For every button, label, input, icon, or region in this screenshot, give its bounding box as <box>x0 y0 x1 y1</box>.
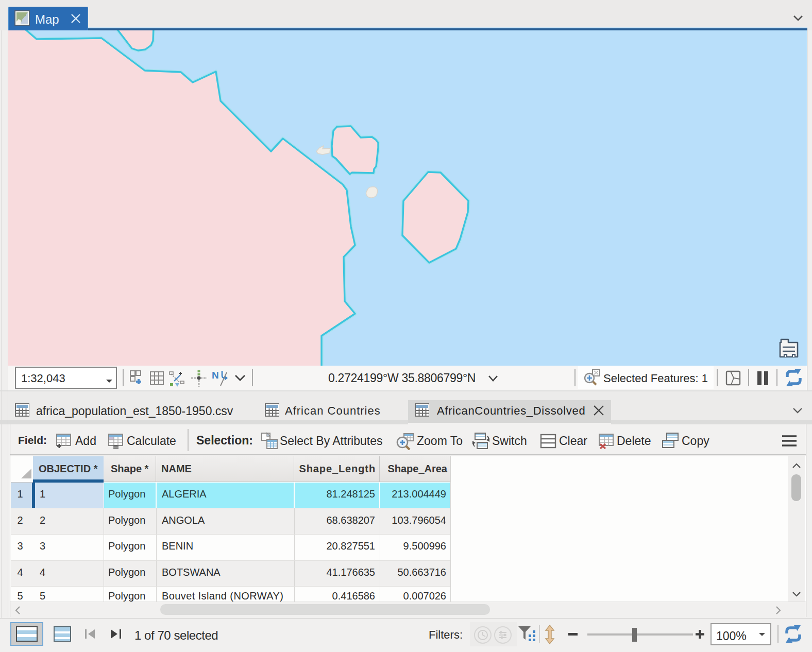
svg-text:N: N <box>212 370 219 381</box>
